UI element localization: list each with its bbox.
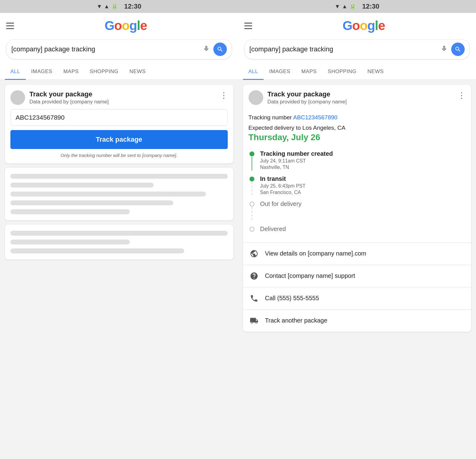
tab-images-right[interactable]: IMAGES xyxy=(264,64,296,80)
timeline-item-1: Tracking number created July 24, 9:11am … xyxy=(249,150,466,170)
skeleton-line xyxy=(10,231,228,236)
tracking-number-row: Tracking number ABC1234567890 xyxy=(243,109,471,123)
action-contact-support[interactable]: Contact [company name] support xyxy=(243,265,471,287)
main-content-left: Track your package Data provided by [com… xyxy=(0,80,238,264)
status-icons-right: ▼ ▲ 🔋 xyxy=(335,3,356,10)
globe-icon xyxy=(249,248,260,259)
skeleton-line xyxy=(10,240,130,244)
phone-left: ▼ ▲ 🔋 12:30 Google [company] package tra… xyxy=(0,0,238,459)
timeline-event-2: In transit xyxy=(260,175,466,182)
menu-button-left[interactable] xyxy=(6,23,14,29)
skeleton-line xyxy=(10,174,228,179)
phone-icon xyxy=(249,293,260,304)
timeline-event-1: Tracking number created xyxy=(260,150,466,157)
tab-shopping-right[interactable]: SHOPPING xyxy=(322,64,362,80)
action-view-details[interactable]: View details on [company name].com xyxy=(243,242,471,265)
google-logo-right: Google xyxy=(258,18,470,33)
tracking-number-label: Tracking number xyxy=(249,114,292,121)
card-header-left: Track your package Data provided by [com… xyxy=(5,85,233,109)
status-bar-left: ▼ ▲ 🔋 12:30 xyxy=(0,0,238,13)
track-button-left[interactable]: Track package xyxy=(10,130,228,149)
search-bar-right[interactable]: [company] package tracking xyxy=(244,39,470,59)
timeline-event-4: Delivered xyxy=(260,226,466,233)
tab-maps-left[interactable]: MAPS xyxy=(58,64,84,80)
search-button-left[interactable] xyxy=(213,43,227,56)
timeline-dot-1 xyxy=(249,151,254,156)
search-button-right[interactable] xyxy=(451,43,465,56)
timeline-meta-2b: San Francisco, CA xyxy=(260,190,466,195)
skeleton-line xyxy=(10,192,206,196)
timeline-meta-2a: July 25, 6:43pm PST xyxy=(260,183,466,189)
time-left: 12:30 xyxy=(124,2,141,10)
timeline-item-3: Out for delivery xyxy=(249,200,466,221)
timeline-content-1: Tracking number created July 24, 9:11am … xyxy=(260,150,466,170)
card-title-left: Track your package xyxy=(29,90,216,98)
timeline-content-2: In transit July 25, 6:43pm PST San Franc… xyxy=(260,175,466,195)
timeline-dot-3 xyxy=(249,202,254,207)
phone-right: ▼ ▲ 🔋 12:30 Google [company] package tra… xyxy=(238,0,476,459)
expected-delivery: Expected delivery to Los Angeles, CA Thu… xyxy=(243,123,471,147)
skeleton-card-1 xyxy=(5,168,233,220)
skeleton-card-2 xyxy=(5,225,233,259)
company-logo-right xyxy=(249,90,263,105)
delivery-date: Thursday, July 26 xyxy=(249,132,466,142)
skeleton-line xyxy=(10,183,154,188)
tab-images-left[interactable]: IMAGES xyxy=(26,64,58,80)
action-call[interactable]: Call (555) 555-5555 xyxy=(243,287,471,309)
timeline-item-2: In transit July 25, 6:43pm PST San Franc… xyxy=(249,175,466,196)
action-call-text: Call (555) 555-5555 xyxy=(265,295,319,302)
timeline-content-3: Out for delivery xyxy=(260,200,466,207)
result-card-header-right: Track your package Data provided by [com… xyxy=(243,85,471,109)
question-icon xyxy=(249,271,260,282)
action-track-another-text: Track another package xyxy=(265,317,328,324)
mic-icon-right[interactable] xyxy=(441,45,448,54)
action-contact-support-text: Contact [company name] support xyxy=(265,272,355,279)
tab-shopping-left[interactable]: SHOPPING xyxy=(84,64,124,80)
skeleton-line xyxy=(10,248,184,253)
tabs-left: ALL IMAGES MAPS SHOPPING NEWS xyxy=(0,64,238,80)
timeline-line-1 xyxy=(252,157,252,170)
wifi-icon-right: ▼ xyxy=(335,3,340,10)
timeline-line-2 xyxy=(252,182,252,196)
timeline-dot-col-2 xyxy=(249,175,255,196)
tracking-form-left: Track package Only the tracking number w… xyxy=(5,109,233,163)
action-track-another[interactable]: Track another package xyxy=(243,309,471,332)
timeline: Tracking number created July 24, 9:11am … xyxy=(243,147,471,242)
timeline-meta-1a: July 24, 9:11am CST xyxy=(260,158,466,164)
action-view-details-text: View details on [company name].com xyxy=(265,250,366,257)
tab-news-left[interactable]: NEWS xyxy=(124,64,151,80)
search-query-left: [company] package tracking xyxy=(11,45,203,53)
more-icon-left[interactable]: ⋮ xyxy=(220,91,228,100)
tab-all-right[interactable]: ALL xyxy=(243,64,264,80)
more-icon-right[interactable]: ⋮ xyxy=(458,91,466,100)
search-query-right: [company] package tracking xyxy=(249,45,441,53)
search-bar-container-right: [company] package tracking xyxy=(238,36,476,64)
signal-icon: ▲ xyxy=(104,3,110,10)
mic-icon-left[interactable] xyxy=(203,45,210,54)
tracking-card-left: Track your package Data provided by [com… xyxy=(5,85,233,163)
tab-maps-right[interactable]: MAPS xyxy=(296,64,322,80)
main-content-right: Track your package Data provided by [com… xyxy=(238,80,476,337)
disclaimer-left: Only the tracking number will be sent to… xyxy=(10,153,228,158)
header-right: Google xyxy=(238,13,476,36)
tracking-input-left[interactable] xyxy=(10,109,228,126)
expected-delivery-label: Expected delivery to Los Angeles, CA xyxy=(249,125,466,131)
status-icons-left: ▼ ▲ 🔋 xyxy=(97,3,118,10)
skeleton-line xyxy=(10,209,130,214)
header-left: Google xyxy=(0,13,238,36)
tab-news-right[interactable]: NEWS xyxy=(362,64,389,80)
timeline-meta-1b: Nashville, TN xyxy=(260,165,466,170)
signal-icon-right: ▲ xyxy=(342,3,347,10)
menu-button-right[interactable] xyxy=(244,23,252,29)
timeline-dot-4 xyxy=(249,227,254,232)
timeline-content-4: Delivered xyxy=(260,226,466,233)
tracking-number-value[interactable]: ABC1234567890 xyxy=(293,114,338,121)
card-header-text-left: Track your package Data provided by [com… xyxy=(29,90,216,105)
status-bar-right: ▼ ▲ 🔋 12:30 xyxy=(238,0,476,13)
tab-all-left[interactable]: ALL xyxy=(5,64,26,80)
result-header-text-right: Track your package Data provided by [com… xyxy=(268,90,454,105)
search-bar-left[interactable]: [company] package tracking xyxy=(6,39,232,59)
google-logo-left: Google xyxy=(20,18,232,33)
timeline-dot-col-3 xyxy=(249,200,255,221)
timeline-item-4: Delivered xyxy=(249,226,466,233)
